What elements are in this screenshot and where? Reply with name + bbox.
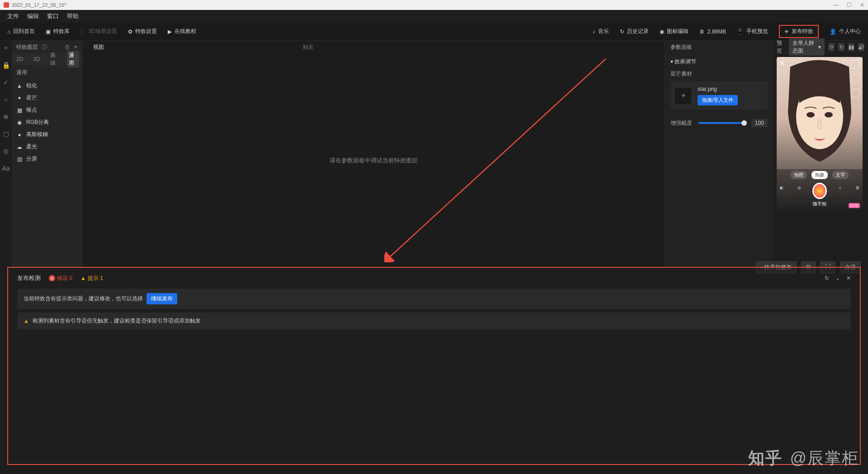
target-icon[interactable]: ◎ (2, 147, 9, 155)
maximize-icon[interactable]: ☐ (847, 2, 852, 8)
menu-file[interactable]: 文件 (7, 12, 19, 20)
zhihu-logo: 知乎 (748, 447, 783, 469)
layers-tabs: 2D 3D 高级 通用 (12, 53, 82, 65)
minimize-icon[interactable]: — (833, 2, 839, 8)
enhance-slider[interactable] (698, 122, 747, 124)
toolbar-publish[interactable]: ✈ 发布特效 (779, 25, 819, 38)
wand-icon[interactable]: ✧ (2, 44, 9, 52)
canvas-tab-view[interactable]: 视图 (89, 42, 108, 53)
tab-3d[interactable]: 3D (31, 55, 42, 63)
fx-rgb-split[interactable]: ◉RGB分离 (16, 118, 77, 126)
detection-warn-count: ▲ 提示 1 (80, 275, 103, 282)
lock-icon[interactable]: 🔒 (2, 62, 9, 69)
group-common: 通用 (16, 69, 77, 76)
effects-list: 通用 ▲锐化 ✦星芒 ▦噪点 ◉RGB分离 ●高斯模糊 ☁柔光 ▤分屏 (12, 65, 82, 166)
starburst-icon: ✦ (16, 95, 23, 101)
toolbar-fx-settings[interactable]: ✿ 特效设置 (128, 28, 157, 35)
preview-pill-shoot[interactable]: 拍摄 (811, 171, 828, 179)
preview-shoot-label: 随手拍 (813, 201, 826, 207)
toolbar-mobile-preview[interactable]: 📱 手机预览 (737, 28, 768, 35)
preview-face (777, 57, 863, 172)
preview-reset-icon[interactable]: ⟳ (828, 43, 835, 51)
params-section-title[interactable]: ▾ 效果调节 (670, 58, 768, 66)
blur-icon: ● (16, 132, 23, 138)
menu-help[interactable]: 帮助 (67, 12, 79, 20)
verified-icon[interactable]: ✓ (2, 79, 9, 86)
fx-soft-light[interactable]: ☁柔光 (16, 143, 77, 151)
menu-edit[interactable]: 编辑 (27, 12, 39, 20)
toolbar-icon-edit[interactable]: ◉ 图标编辑 (660, 28, 689, 35)
fx-split-screen[interactable]: ▤分屏 (16, 155, 77, 163)
preview-action-1[interactable]: ◐ (777, 185, 786, 196)
menubar: 文件 编辑 窗口 帮助 (0, 10, 868, 23)
window-controls: — ☐ ✕ (833, 2, 864, 8)
splitscreen-icon: ▤ (16, 156, 23, 162)
fx-gaussian-blur[interactable]: ●高斯模糊 (16, 131, 77, 138)
import-icon[interactable]: ⎙ (66, 44, 69, 50)
warning-icon: ▲ (24, 318, 29, 324)
preview-frame: ✕ 拍照 拍摄 文字 (777, 57, 863, 210)
window-title: 2022_01_17_22_00_15* (12, 2, 66, 8)
preview-refresh-icon[interactable]: ↻ (838, 43, 844, 51)
material-box: ✦ star.png 拖拽/导入文件 (670, 81, 768, 110)
circle-icon[interactable]: ○ (2, 96, 9, 103)
preview-pill-text[interactable]: 文字 (832, 171, 849, 179)
svg-point-2 (825, 112, 833, 118)
toolbar-history[interactable]: ↻ 历史记录 (620, 28, 649, 35)
toolbar-home[interactable]: ⌂ 回到首页 (7, 28, 35, 35)
add-icon[interactable]: + (74, 44, 77, 50)
fx-starburst[interactable]: ✦星芒 (16, 94, 77, 102)
watermark-author: @辰掌柜 (790, 447, 859, 469)
toolbar-tutorial[interactable]: ▶ 在线教程 (168, 28, 196, 35)
preview-action-3[interactable]: ♫ (835, 185, 844, 196)
fx-noise[interactable]: ▦噪点 (16, 106, 77, 114)
shutter-button[interactable] (812, 183, 827, 199)
close-icon[interactable]: ✕ (860, 2, 864, 8)
detection-close-icon[interactable]: ✕ (846, 275, 851, 281)
app-icon (4, 2, 9, 8)
rgb-icon: ◉ (16, 119, 23, 126)
import-button[interactable]: 拖拽/导入文件 (698, 95, 738, 105)
info-icon[interactable]: ⓘ (42, 43, 47, 51)
canvas: 视图 触发 请在参数面板中调试当前特效图层 (82, 41, 665, 268)
toolbar: ⌂ 回到首页 ▣ 特效库 ⬚ 3D场景设置 ✿ 特效设置 ▶ 在线教程 ♪ 音乐… (0, 23, 868, 41)
material-label: 星芒素材 (670, 70, 768, 78)
continue-publish-button[interactable]: 继续发布 (146, 293, 177, 304)
globe-icon[interactable]: ⊕ (2, 113, 9, 120)
preview-action-2[interactable]: ◎ (794, 185, 804, 196)
detection-msg-2: ▲ 检测到素材含有引导语但无触发，建议检查是否保留引导语或添加触发 (17, 313, 851, 329)
detection-refresh-icon[interactable]: ↻ (825, 275, 829, 281)
toolbar-profile[interactable]: 👤 个人中心 (830, 28, 861, 35)
titlebar: 2022_01_17_22_00_15* — ☐ ✕ (0, 0, 868, 10)
preview-action-4[interactable]: ⊞ (853, 185, 863, 196)
detection-msg-1: 当前特效含有提示类问题，建议修改，也可以选择 继续发布 (17, 289, 851, 309)
enhance-value[interactable]: 100 (751, 119, 768, 127)
material-thumb[interactable]: ✦ (675, 88, 691, 104)
menu-window[interactable]: 窗口 (47, 12, 59, 20)
detection-title: 发布检测 (17, 274, 41, 282)
preview-tag: LIVE (849, 203, 860, 208)
canvas-area[interactable]: 请在参数面板中调试当前特效图层 (82, 53, 665, 268)
preview-pill-photo[interactable]: 拍照 (791, 171, 807, 179)
watermark: 知乎 @辰掌柜 (748, 447, 859, 469)
preview-pause-icon[interactable]: ▮▮ (848, 43, 854, 51)
enhance-slider-row: 增强幅度 100 (670, 119, 768, 127)
fx-sharpen[interactable]: ▲锐化 (16, 82, 77, 90)
text-icon[interactable]: Aa (2, 165, 9, 172)
image-icon[interactable]: ▢ (2, 130, 9, 137)
layers-title: 特效图层 (16, 43, 38, 51)
detection-error-count: ✕ 错误 0 (49, 275, 72, 282)
canvas-tab-trigger[interactable]: 触发 (298, 42, 318, 53)
params-panel: 参数面板 ▾ 效果调节 星芒素材 ✦ star.png 拖拽/导入文件 增强幅度… (665, 41, 773, 268)
toolbar-fxlib[interactable]: ▣ 特效库 (46, 28, 70, 35)
detection-collapse-icon[interactable]: ⌄ (835, 275, 840, 281)
preview-mute-icon[interactable]: 🔊 (858, 43, 864, 51)
layers-panel: 特效图层 ⓘ ⎙ + 2D 3D 高级 通用 通用 ▲锐化 ✦星芒 ▦噪点 ◉R… (12, 41, 82, 268)
tool-strip: ✧ 🔒 ✓ ○ ⊕ ▢ ◎ Aa (0, 41, 12, 268)
enhance-label: 增强幅度 (670, 119, 694, 127)
tab-2d[interactable]: 2D (14, 55, 25, 63)
toolbar-music[interactable]: ♪ 音乐 (593, 28, 609, 35)
preview-model-dropdown[interactable]: 女单人静态图 ▾ (789, 38, 825, 56)
svg-point-1 (807, 112, 815, 118)
toolbar-3d-scene[interactable]: ⬚ 3D场景设置 (80, 28, 117, 35)
